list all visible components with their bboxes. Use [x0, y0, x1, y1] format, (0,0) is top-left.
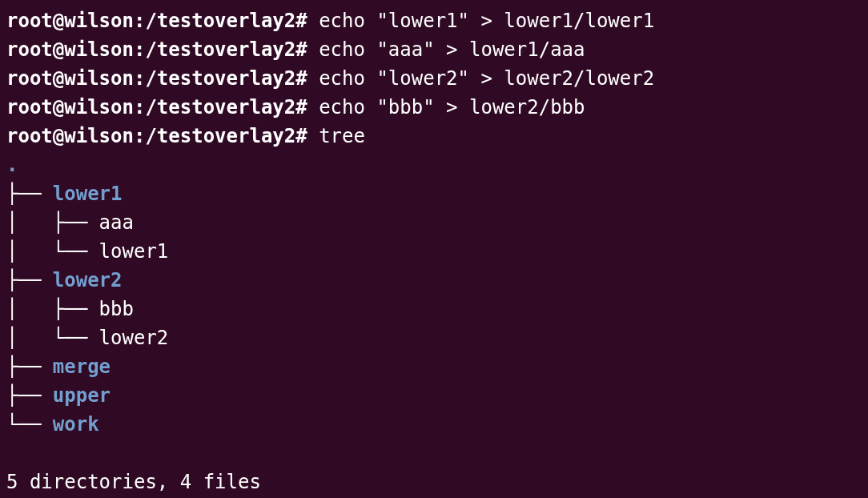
tree-branch: ├──	[6, 384, 53, 407]
tree-dir-root: .	[6, 154, 18, 176]
tree-file-bbb: bbb	[99, 298, 134, 320]
tree-row: └── work	[6, 410, 862, 439]
prompt: root@wilson:/testoverlay2#	[6, 10, 319, 32]
command-text: tree	[319, 125, 365, 147]
command-line-5: root@wilson:/testoverlay2# tree	[6, 122, 862, 151]
prompt: root@wilson:/testoverlay2#	[6, 125, 319, 147]
tree-summary: 5 directories, 4 files	[6, 468, 862, 496]
tree-branch: │ ├──	[6, 211, 99, 234]
tree-row: │ └── lower1	[6, 237, 862, 266]
blank-line	[6, 439, 862, 468]
tree-branch: │ └──	[6, 240, 99, 263]
tree-dir-work: work	[53, 413, 99, 436]
tree-row: ├── lower2	[6, 266, 862, 295]
tree-dir-upper: upper	[53, 384, 111, 407]
tree-dir-lower1: lower1	[53, 183, 123, 205]
tree-row: ├── upper	[6, 381, 862, 410]
tree-dir-merge: merge	[53, 355, 111, 378]
tree-branch: ├──	[6, 183, 53, 205]
tree-row: ├── merge	[6, 352, 862, 381]
command-line-2: root@wilson:/testoverlay2# echo "aaa" > …	[6, 35, 862, 64]
command-line-4: root@wilson:/testoverlay2# echo "bbb" > …	[6, 93, 862, 122]
prompt: root@wilson:/testoverlay2#	[6, 96, 319, 118]
tree-row: │ ├── aaa	[6, 208, 862, 237]
tree-branch: ├──	[6, 269, 53, 291]
command-text: echo "bbb" > lower2/bbb	[319, 96, 585, 118]
tree-file-lower1: lower1	[99, 240, 169, 263]
tree-root: .	[6, 151, 862, 179]
tree-branch: │ └──	[6, 327, 99, 349]
terminal-output[interactable]: root@wilson:/testoverlay2# echo "lower1"…	[6, 6, 862, 498]
tree-branch: └──	[6, 413, 53, 436]
tree-row: ├── lower1	[6, 179, 862, 208]
tree-dir-lower2: lower2	[53, 269, 123, 291]
command-line-3: root@wilson:/testoverlay2# echo "lower2"…	[6, 64, 862, 93]
summary-text: 5 directories, 4 files	[6, 471, 261, 493]
command-text: echo "lower2" > lower2/lower2	[319, 67, 654, 90]
tree-branch: ├──	[6, 355, 53, 378]
prompt: root@wilson:/testoverlay2#	[6, 67, 319, 90]
command-text: echo "aaa" > lower1/aaa	[319, 38, 585, 61]
tree-file-aaa: aaa	[99, 211, 134, 234]
prompt: root@wilson:/testoverlay2#	[6, 38, 319, 61]
tree-row: │ ├── bbb	[6, 295, 862, 323]
tree-row: │ └── lower2	[6, 323, 862, 352]
command-line-1: root@wilson:/testoverlay2# echo "lower1"…	[6, 6, 862, 35]
tree-branch: │ ├──	[6, 298, 99, 320]
command-text: echo "lower1" > lower1/lower1	[319, 10, 654, 32]
tree-file-lower2: lower2	[99, 327, 169, 349]
